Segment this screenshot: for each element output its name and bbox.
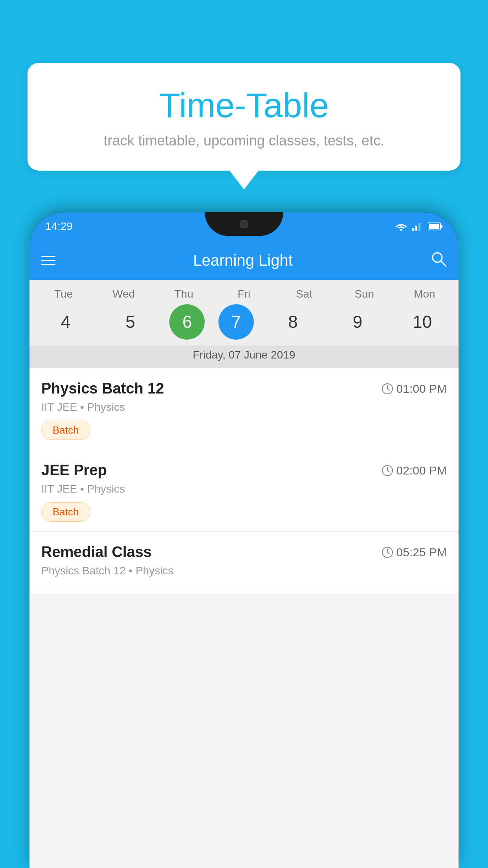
- camera-dot: [240, 220, 248, 228]
- svg-point-0: [400, 229, 402, 231]
- speech-bubble: Time-Table track timetable, upcoming cla…: [28, 63, 460, 171]
- phone-frame: 14:29: [29, 212, 459, 868]
- battery-icon: [428, 222, 443, 231]
- svg-line-11: [387, 389, 390, 390]
- svg-line-17: [387, 552, 390, 554]
- speech-bubble-container: Time-Table track timetable, upcoming cla…: [28, 63, 460, 171]
- schedule-item-1-header: Physics Batch 12 01:00 PM: [41, 380, 447, 397]
- day-6-today[interactable]: 6: [169, 304, 205, 340]
- day-numbers: 4 5 6 7 8 9 10: [29, 304, 459, 346]
- day-headers: Tue Wed Thu Fri Sat Sun Mon: [29, 288, 459, 304]
- bubble-subtitle: track timetable, upcoming classes, tests…: [47, 132, 441, 149]
- schedule-item-3-title: Remedial Class: [41, 544, 152, 561]
- svg-rect-1: [412, 228, 414, 231]
- signal-icon: [412, 222, 423, 231]
- status-icons: [395, 222, 443, 231]
- phone-screen: Learning Light Tue Wed Thu Fri Sat Sun: [29, 241, 459, 868]
- status-time: 14:29: [45, 220, 73, 233]
- svg-rect-2: [415, 226, 417, 231]
- schedule-item-1-time: 01:00 PM: [382, 382, 447, 395]
- svg-line-14: [387, 471, 390, 472]
- day-header-sat: Sat: [279, 288, 330, 300]
- schedule-item-1-subtitle: IIT JEE • Physics: [41, 401, 447, 414]
- day-header-fri: Fri: [218, 288, 270, 300]
- schedule-item-3-time: 05:25 PM: [382, 546, 447, 559]
- batch-tag-1: Batch: [41, 421, 90, 440]
- day-9[interactable]: 9: [332, 304, 383, 340]
- schedule-item-1[interactable]: Physics Batch 12 01:00 PM IIT JEE • Phys…: [29, 368, 459, 450]
- calendar-strip: Tue Wed Thu Fri Sat Sun Mon 4 5 6 7 8 9 …: [29, 280, 459, 368]
- day-10[interactable]: 10: [397, 304, 448, 340]
- status-bar: 14:29: [29, 212, 459, 241]
- hamburger-menu-icon[interactable]: [41, 256, 55, 265]
- day-8[interactable]: 8: [268, 304, 319, 340]
- app-title: Learning Light: [193, 252, 293, 269]
- schedule-item-3[interactable]: Remedial Class 05:25 PM Physics Batch 12…: [29, 532, 459, 594]
- day-5[interactable]: 5: [105, 304, 156, 340]
- selected-date-label: Friday, 07 June 2019: [29, 346, 459, 368]
- svg-rect-3: [418, 223, 420, 231]
- schedule-item-2-header: JEE Prep 02:00 PM: [41, 462, 447, 479]
- schedule-item-2[interactable]: JEE Prep 02:00 PM IIT JEE • Physics Batc…: [29, 450, 459, 532]
- schedule-item-2-time: 02:00 PM: [382, 464, 447, 477]
- app-bar: Learning Light: [29, 241, 459, 280]
- svg-rect-6: [441, 225, 442, 228]
- day-7-selected[interactable]: 7: [218, 304, 254, 340]
- wifi-icon: [395, 222, 407, 231]
- day-header-sun: Sun: [339, 288, 390, 300]
- svg-line-8: [441, 261, 446, 266]
- schedule-item-2-title: JEE Prep: [41, 462, 107, 479]
- day-header-thu: Thu: [158, 288, 209, 300]
- notch: [205, 212, 283, 236]
- schedule-item-3-header: Remedial Class 05:25 PM: [41, 544, 447, 561]
- schedule-item-1-title: Physics Batch 12: [41, 380, 164, 397]
- schedule-list: Physics Batch 12 01:00 PM IIT JEE • Phys…: [29, 368, 459, 594]
- day-header-wed: Wed: [98, 288, 149, 300]
- day-header-mon: Mon: [399, 288, 450, 300]
- day-header-tue: Tue: [38, 288, 89, 300]
- schedule-item-3-subtitle: Physics Batch 12 • Physics: [41, 565, 447, 577]
- clock-icon-2: [382, 465, 393, 476]
- day-4[interactable]: 4: [40, 304, 91, 340]
- svg-rect-5: [429, 224, 439, 229]
- clock-icon-3: [382, 546, 393, 558]
- bubble-title: Time-Table: [47, 86, 441, 125]
- search-icon[interactable]: [430, 250, 447, 270]
- clock-icon-1: [382, 383, 393, 395]
- schedule-item-2-subtitle: IIT JEE • Physics: [41, 483, 447, 495]
- batch-tag-2: Batch: [41, 502, 90, 522]
